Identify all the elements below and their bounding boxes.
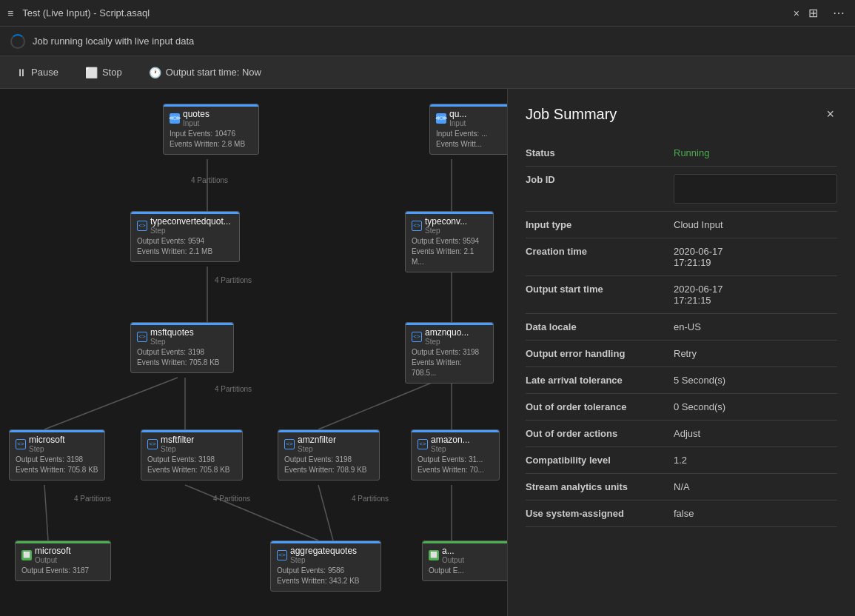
node-subtitle12: Step bbox=[290, 556, 357, 564]
summary-row-outofordertolerance: Out of order tolerance 0 Second(s) bbox=[526, 394, 837, 421]
node-quotes1[interactable]: ≪≫ quotes Input Input Events: 10476Event… bbox=[163, 104, 259, 155]
node-msftquotes[interactable]: <> msftquotes Step Output Events: 3198Ev… bbox=[130, 322, 234, 373]
node-a-output[interactable]: ⬜ a... Output Output E... bbox=[422, 540, 507, 581]
node-subtitle8: Step bbox=[161, 445, 194, 453]
summary-label-outputstarttime: Output start time bbox=[526, 276, 674, 314]
output-start-button[interactable]: 🕐 Output start time: Now bbox=[143, 64, 267, 81]
node-subtitle: Input bbox=[183, 119, 209, 127]
node-icon10: <> bbox=[418, 439, 428, 449]
node-stats10: Output Events: 31...Events Written: 70..… bbox=[418, 455, 493, 475]
node-top-border13 bbox=[423, 541, 507, 543]
node-top-border3 bbox=[131, 212, 239, 214]
node-icon7: <> bbox=[16, 439, 26, 449]
node-aggregatequotes[interactable]: <> aggregatequotes Step Output Events: 9… bbox=[270, 540, 381, 592]
summary-value-streamanalyticsunits: N/A bbox=[674, 474, 837, 500]
panel-close-button[interactable]: × bbox=[823, 104, 837, 125]
node-icon13: ⬜ bbox=[429, 550, 439, 560]
node-microsoft-step[interactable]: <> microsoft Step Output Events: 3198Eve… bbox=[9, 429, 105, 481]
partition-label-5: 4 Partitions bbox=[213, 495, 250, 503]
more-button[interactable]: ⋯ bbox=[830, 4, 848, 21]
summary-value-outputerrorhandling: Retry bbox=[674, 341, 837, 367]
notification-bar: Job running locally with live input data bbox=[0, 27, 855, 56]
partition-label-4: 4 Partitions bbox=[74, 495, 111, 503]
panel-header: Job Summary × bbox=[526, 104, 837, 125]
node-title7: microsoft bbox=[29, 435, 65, 445]
node-typeconverted1[interactable]: <> typeconvertedquot... Step Output Even… bbox=[130, 211, 240, 262]
node-quotes2[interactable]: ≪≫ qu... Input Input Events: ...Events W… bbox=[429, 104, 507, 155]
summary-value-outoforderactions: Adjust bbox=[674, 421, 837, 447]
node-icon4: <> bbox=[412, 221, 422, 231]
svg-line-6 bbox=[318, 378, 444, 429]
node-icon: ≪≫ bbox=[170, 113, 180, 124]
summary-row-outputerrorhandling: Output error handling Retry bbox=[526, 341, 837, 367]
node-subtitle3: Step bbox=[150, 227, 231, 235]
node-title13: a... bbox=[442, 546, 464, 556]
node-header4: <> typeconv... Step bbox=[412, 216, 487, 235]
summary-value-compatibilitylevel: 1.2 bbox=[674, 447, 837, 474]
summary-label-inputtype: Input type bbox=[526, 212, 674, 238]
summary-label-latearrivaltolerance: Late arrival tolerance bbox=[526, 367, 674, 394]
job-id-box bbox=[674, 174, 837, 204]
node-top-border5 bbox=[131, 323, 233, 325]
node-subtitle6: Step bbox=[425, 338, 469, 346]
node-icon9: <> bbox=[284, 439, 295, 449]
layout-button[interactable]: ⊞ bbox=[805, 4, 821, 21]
node-amznfilter[interactable]: <> amznfilter Step Output Events: 3198Ev… bbox=[278, 429, 380, 481]
node-title3: typeconvertedquot... bbox=[150, 216, 231, 227]
summary-row-outoforderactions: Out of order actions Adjust bbox=[526, 421, 837, 447]
node-stats13: Output E... bbox=[429, 566, 504, 576]
node-amznquot[interactable]: <> amznquo... Step Output Events: 3198Ev… bbox=[405, 322, 494, 384]
summary-value-inputtype: Cloud Input bbox=[674, 212, 837, 238]
node-icon2: ≪≫ bbox=[436, 113, 446, 124]
node-header13: ⬜ a... Output bbox=[429, 546, 504, 564]
node-msftfilter[interactable]: <> msftfilter Step Output Events: 3198Ev… bbox=[141, 429, 243, 481]
node-typeconvert2[interactable]: <> typeconv... Step Output Events: 9594E… bbox=[405, 211, 494, 272]
summary-label-usesystemassigned: Use system-assigned bbox=[526, 500, 674, 527]
notification-text: Job running locally with live input data bbox=[33, 36, 194, 47]
node-header11: ⬜ microsoft Output bbox=[21, 546, 104, 564]
stop-button[interactable]: ⬜ Stop bbox=[79, 64, 128, 81]
summary-value-creationtime: 2020-06-1717:21:19 bbox=[674, 238, 837, 276]
node-stats12: Output Events: 9586Events Written: 343.2… bbox=[277, 566, 375, 586]
node-amazon-step[interactable]: <> amazon... Step Output Events: 31...Ev… bbox=[411, 429, 500, 481]
summary-row-jobid: Job ID bbox=[526, 167, 837, 212]
node-title4: typeconv... bbox=[425, 216, 467, 227]
node-title6: amznquo... bbox=[425, 327, 469, 338]
summary-table: Status Running Job ID Input type Cloud I… bbox=[526, 140, 837, 527]
node-top-border2 bbox=[430, 104, 507, 107]
menu-icon: ≡ bbox=[7, 7, 13, 19]
summary-row-datalocale: Data locale en-US bbox=[526, 314, 837, 341]
node-title12: aggregatequotes bbox=[290, 546, 357, 556]
node-top-border10 bbox=[412, 430, 499, 432]
node-title8: msftfilter bbox=[161, 435, 194, 445]
partition-label-1: 4 Partitions bbox=[191, 176, 228, 184]
node-top-border8 bbox=[141, 430, 242, 432]
node-stats7: Output Events: 3198Events Written: 705.8… bbox=[16, 455, 98, 475]
node-subtitle2: Input bbox=[449, 119, 466, 127]
job-summary-panel: Job Summary × Status Running Job ID Inpu… bbox=[507, 89, 855, 616]
pause-icon: ⏸ bbox=[16, 67, 27, 78]
summary-label-compatibilitylevel: Compatibility level bbox=[526, 447, 674, 474]
node-subtitle11: Output bbox=[35, 556, 71, 564]
node-title: quotes bbox=[183, 109, 209, 119]
partition-label-6: 4 Partitions bbox=[352, 495, 389, 503]
node-icon12: <> bbox=[277, 550, 287, 560]
pause-button[interactable]: ⏸ Pause bbox=[10, 64, 64, 81]
summary-value-usesystemassigned: false bbox=[674, 500, 837, 527]
svg-line-10 bbox=[318, 485, 333, 540]
summary-label-outoforderactions: Out of order actions bbox=[526, 421, 674, 447]
stop-icon: ⬜ bbox=[85, 67, 98, 78]
node-subtitle5: Step bbox=[150, 338, 194, 346]
summary-value-datalocale: en-US bbox=[674, 314, 837, 341]
diagram-canvas[interactable]: ≪≫ quotes Input Input Events: 10476Event… bbox=[0, 89, 507, 616]
tab-close-button[interactable]: × bbox=[794, 7, 799, 19]
toolbar: ⏸ Pause ⬜ Stop 🕐 Output start time: Now bbox=[0, 56, 855, 89]
node-subtitle10: Step bbox=[431, 445, 470, 453]
node-title5: msftquotes bbox=[150, 327, 194, 338]
node-microsoft-output[interactable]: ⬜ microsoft Output Output Events: 3187 bbox=[15, 540, 111, 581]
node-subtitle7: Step bbox=[29, 445, 65, 453]
clock-icon: 🕐 bbox=[149, 67, 161, 78]
partition-label-3: 4 Partitions bbox=[215, 385, 252, 393]
title-bar: ≡ Test (Live Input) - Script.asaql × ⊞ ⋯ bbox=[0, 0, 855, 27]
panel-title: Job Summary bbox=[526, 106, 617, 123]
